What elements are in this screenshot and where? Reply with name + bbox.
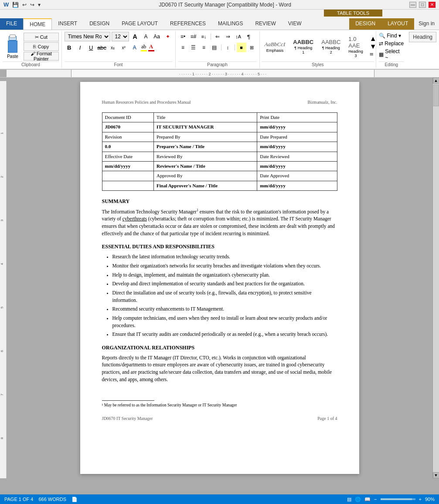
view-web-icon[interactable]: 🌐 <box>355 497 361 502</box>
tab-home[interactable]: HOME <box>23 18 52 30</box>
font-color-button[interactable]: A <box>148 44 154 51</box>
sign-in[interactable]: Sign in <box>414 18 439 30</box>
font-label: Font <box>65 61 173 67</box>
increase-indent-button[interactable]: ⇒ <box>223 32 233 41</box>
find-button[interactable]: 🔍 Find ▾ <box>379 33 404 39</box>
text-effect-button[interactable]: A <box>130 43 140 52</box>
close-button[interactable]: ✕ <box>429 2 436 8</box>
minimize-button[interactable]: — <box>409 2 416 8</box>
quick-access-save[interactable]: 💾 <box>12 2 19 8</box>
cut-button[interactable]: ✂ Cut <box>24 33 59 41</box>
quick-access-undo[interactable]: ↩ <box>22 2 27 8</box>
page-area: Human Resources Policies and Procedures … <box>7 78 432 478</box>
header-right: Bizmanualz, Inc. <box>307 99 337 105</box>
shrink-font-button[interactable]: A <box>141 32 151 41</box>
numbering-button[interactable]: ≡# <box>189 32 198 41</box>
multilevel-list-button[interactable]: ≡↓ <box>199 32 209 41</box>
highlight-button[interactable]: ab <box>141 44 147 51</box>
title-bar: W 💾 ↩ ↪ ▾ JD0670 IT Security Manager [Co… <box>0 0 439 10</box>
svg-text:6: 6 <box>0 350 4 352</box>
sort-button[interactable]: ↕A <box>234 32 243 41</box>
approved-by-value: Final Approver's Name / Title <box>154 181 257 190</box>
status-bar: PAGE 1 OF 4 666 WORDS 📄 ▤ 🌐 📖 − + 90% <box>0 494 439 504</box>
window-controls[interactable]: — □ ✕ <box>409 2 436 8</box>
clipboard-label: Clipboard <box>3 61 59 67</box>
paragraph-group: ≡• ≡# ≡↓ ⇐ ⇒ ↕A ¶ ≡ ☰ ≡ ▤ ↕ ■ ⊞ Paragra <box>176 31 260 68</box>
tab-table-design[interactable]: DESIGN <box>349 18 381 30</box>
tab-references[interactable]: REFERENCES <box>164 18 212 30</box>
tab-mailings[interactable]: MAILINGS <box>212 18 249 30</box>
subscript-button[interactable]: x₂ <box>108 43 118 52</box>
select-icon: ▦ <box>379 51 384 58</box>
tab-view[interactable]: VIEW <box>282 18 308 30</box>
reviewed-by-value: Reviewer's Name / Title <box>154 161 257 171</box>
table-row: mm/dd/yyyy Reviewer's Name / Title mm/dd… <box>102 161 337 171</box>
replace-button[interactable]: ⇄ Replace <box>379 41 404 47</box>
align-center-button[interactable]: ☰ <box>189 43 198 52</box>
ruler-corner <box>0 70 7 77</box>
paste-button[interactable]: Paste <box>3 32 23 61</box>
style-emphasis[interactable]: AaBbCcI Emphasis <box>262 40 289 54</box>
strikethrough-button[interactable]: abc <box>97 43 107 52</box>
font-size-select[interactable]: 12 <box>112 32 129 41</box>
view-read-icon[interactable]: 📖 <box>364 497 371 502</box>
align-left-button[interactable]: ≡ <box>178 43 188 52</box>
bold-button[interactable]: B <box>65 43 74 52</box>
show-marks-button[interactable]: ¶ <box>244 32 254 41</box>
align-right-button[interactable]: ≡ <box>199 43 209 52</box>
word-icon: W <box>3 1 9 8</box>
italic-button[interactable]: I <box>75 43 85 52</box>
style-heading2[interactable]: AABBC ¶ Heading 2 <box>318 37 344 56</box>
effective-date-value: mm/dd/yyyy <box>102 161 154 171</box>
bullets-button[interactable]: ≡• <box>178 32 188 41</box>
scroll-thumb[interactable] <box>433 85 439 106</box>
quick-access-redo[interactable]: ↪ <box>30 2 34 8</box>
underline-button[interactable]: U <box>86 43 96 52</box>
style-heading1[interactable]: AABBC ¶ Heading 1 <box>290 37 316 56</box>
select-button[interactable]: ▦ Select ~ <box>379 48 404 61</box>
clear-format-button[interactable]: ✦ <box>163 32 173 41</box>
zoom-out-button[interactable]: − <box>374 497 377 502</box>
zoom-in-button[interactable]: + <box>419 497 422 502</box>
border-button[interactable]: ⊞ <box>247 43 257 52</box>
line-spacing-button[interactable]: ↕ <box>223 43 233 52</box>
language-icon: 📄 <box>71 497 78 502</box>
maximize-button[interactable]: □ <box>419 2 426 8</box>
tab-review[interactable]: REVIEW <box>249 18 282 30</box>
heading-button[interactable]: Heading <box>409 32 436 42</box>
copy-button[interactable]: ⎘ Copy <box>24 42 59 51</box>
tab-page-layout[interactable]: PAGE LAYOUT <box>116 18 164 30</box>
table-row: JD0670 IT SECURITY MANAGER mm/dd/yyyy <box>102 122 337 132</box>
font-name-select[interactable]: Times New Ro <box>65 32 110 41</box>
vertical-scrollbar[interactable]: ▲ ▼ <box>432 78 439 478</box>
justify-button[interactable]: ▤ <box>210 43 219 52</box>
tab-design[interactable]: DESIGN <box>83 18 116 30</box>
grow-font-button[interactable]: A <box>130 32 140 41</box>
ribbon-tabs: FILE HOME INSERT DESIGN PAGE LAYOUT REFE… <box>0 18 439 30</box>
clipboard-group: Paste ✂ Cut ⎘ Copy 🖌 Format Painter Clip… <box>0 31 62 68</box>
table-row: Document ID Title Print Date <box>102 113 337 122</box>
doc-id-label: Document ID <box>102 113 154 122</box>
tab-file[interactable]: FILE <box>0 18 23 30</box>
prepared-by-label: Prepared By <box>154 132 257 142</box>
styles-items: AaBbCcI Emphasis AABBC ¶ Heading 1 AABBC… <box>262 32 374 61</box>
shading-button[interactable]: ■ <box>237 43 246 52</box>
title-label: Title <box>154 113 257 122</box>
date-reviewed-value: mm/dd/yyyy <box>257 161 337 171</box>
style-heading3[interactable]: 1.0 AAE Heading 3 <box>345 34 366 59</box>
decrease-indent-button[interactable]: ⇐ <box>213 32 222 41</box>
tab-insert[interactable]: INSERT <box>52 18 83 30</box>
view-print-icon[interactable]: ▤ <box>347 497 351 502</box>
zoom-level: 90% <box>425 497 435 502</box>
page-info: PAGE 1 OF 4 <box>4 497 33 502</box>
format-painter-button[interactable]: 🖌 Format Painter <box>24 52 59 61</box>
select-label: Select ~ <box>385 48 404 61</box>
zoom-slider[interactable] <box>381 498 415 500</box>
scroll-down-button[interactable]: ▼ <box>433 472 439 478</box>
change-case-button[interactable]: Aa <box>152 32 162 41</box>
print-date-label: Print Date <box>257 113 337 122</box>
status-left: PAGE 1 OF 4 666 WORDS 📄 <box>4 497 78 502</box>
scroll-up-button[interactable]: ▲ <box>433 78 439 84</box>
superscript-button[interactable]: x² <box>119 43 129 52</box>
tab-table-layout[interactable]: LAYOUT <box>381 18 414 30</box>
